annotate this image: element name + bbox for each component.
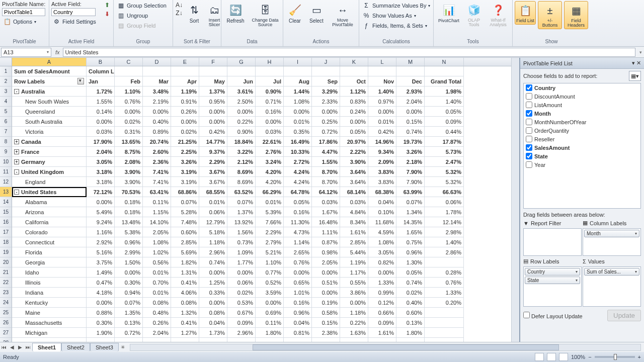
report-filter-box[interactable] <box>523 228 582 256</box>
field-item[interactable]: SalesAmount <box>524 143 640 152</box>
cell[interactable]: 5.44% <box>340 247 368 257</box>
cell[interactable]: 0.33% <box>199 288 227 298</box>
cell[interactable] <box>256 66 284 76</box>
field-checkbox[interactable] <box>526 102 532 108</box>
cell[interactable]: 7.90% <box>396 167 425 177</box>
sort-desc-icon[interactable]: Z↓ <box>175 9 183 17</box>
cell[interactable]: 19.73% <box>396 137 425 147</box>
cell[interactable]: 1.50% <box>115 257 143 267</box>
cell[interactable]: 0.24% <box>340 107 368 117</box>
cell[interactable] <box>284 66 312 76</box>
expand-collapse-icon[interactable]: - <box>14 169 19 174</box>
row-header[interactable]: 4 <box>0 97 12 107</box>
expand-field-icon[interactable]: ⬆ <box>103 1 111 9</box>
cell[interactable]: 0.91% <box>171 97 199 107</box>
cell[interactable]: 0.05% <box>340 127 368 137</box>
cell[interactable]: 16.48% <box>312 217 340 227</box>
row-header[interactable]: 24 <box>0 298 12 308</box>
cell[interactable]: 2.47% <box>425 157 464 167</box>
cell[interactable]: 0.88% <box>87 308 115 318</box>
cell[interactable]: Row Labels <box>12 76 87 86</box>
new-sheet-icon[interactable]: ✳ <box>119 343 127 351</box>
cell[interactable]: 3.83% <box>368 177 396 187</box>
cell[interactable]: 0.12% <box>368 298 396 308</box>
row-header[interactable]: 2 <box>0 76 12 86</box>
cell[interactable]: 2.29% <box>199 157 227 167</box>
cell[interactable]: 2.33% <box>312 97 340 107</box>
cell[interactable]: 2.92% <box>87 237 115 247</box>
row-header[interactable]: 15 <box>0 207 12 217</box>
cell[interactable]: 0.67% <box>227 308 256 318</box>
cell[interactable]: Sep <box>312 76 340 86</box>
expand-collapse-icon[interactable]: - <box>14 190 19 195</box>
cell[interactable]: 1.61% <box>340 227 368 237</box>
row-labels-box[interactable]: CountryState <box>523 266 582 307</box>
cell[interactable]: 0.18% <box>115 197 143 207</box>
cell[interactable]: 0.75% <box>396 237 425 247</box>
cell[interactable] <box>256 338 284 342</box>
cell[interactable]: 5.69% <box>171 247 199 257</box>
cell[interactable]: 0.81% <box>284 328 312 338</box>
cell[interactable]: 3.24% <box>256 157 284 167</box>
grid-body[interactable]: 1Sum of SalesAmountColumn Labels2Row Lab… <box>0 66 511 342</box>
cell[interactable] <box>199 338 227 342</box>
cell[interactable]: 0.00% <box>199 298 227 308</box>
cell[interactable]: 0.00% <box>227 267 256 278</box>
cell[interactable]: 0.07% <box>396 197 425 207</box>
cell[interactable]: 4.24% <box>284 167 312 177</box>
col-header-B[interactable]: B <box>87 58 115 66</box>
cell[interactable]: 1.01% <box>284 288 312 298</box>
cell[interactable]: 0.44% <box>425 127 464 137</box>
cell[interactable]: 3.19% <box>171 167 199 177</box>
cell[interactable]: 0.00% <box>368 107 396 117</box>
cell[interactable]: 1.18% <box>340 308 368 318</box>
cell[interactable] <box>227 66 256 76</box>
zoom-in-icon[interactable]: + <box>638 354 641 360</box>
cell[interactable]: 0.30% <box>87 318 115 328</box>
pane-dropdown-icon[interactable]: ▾ <box>632 60 635 66</box>
cell[interactable]: 7.90% <box>396 177 425 187</box>
cell[interactable]: 0.04% <box>284 318 312 328</box>
cell[interactable]: 3.19% <box>171 177 199 187</box>
cell[interactable]: 0.07% <box>171 197 199 207</box>
cell[interactable]: 0.53% <box>227 298 256 308</box>
area-field[interactable]: Sum of Sales... <box>584 268 639 276</box>
cell[interactable] <box>171 66 199 76</box>
cell[interactable]: 68.86% <box>171 187 199 197</box>
cell[interactable]: 0.77% <box>256 267 284 278</box>
cell[interactable]: 0.82% <box>368 257 396 267</box>
cell[interactable]: 66.29% <box>256 187 284 197</box>
cell[interactable]: 1.27% <box>171 328 199 338</box>
cell[interactable]: 1.32% <box>171 308 199 318</box>
cell[interactable]: 0.40% <box>396 298 425 308</box>
cell[interactable]: 0.00% <box>368 267 396 278</box>
cell[interactable]: 1.65% <box>396 227 425 237</box>
cell[interactable] <box>312 338 340 342</box>
cell[interactable]: 0.02% <box>396 288 425 298</box>
cell[interactable]: 0.97% <box>368 97 396 107</box>
cell[interactable]: 2.36% <box>143 157 171 167</box>
cell[interactable]: 0.76% <box>115 97 143 107</box>
cell[interactable]: 0.01% <box>143 288 171 298</box>
cell[interactable]: 5.21% <box>256 247 284 257</box>
cell[interactable]: 66.63% <box>425 187 464 197</box>
cell[interactable]: 0.01% <box>199 197 227 207</box>
cell[interactable] <box>340 338 368 342</box>
cell[interactable]: 3.26% <box>171 157 199 167</box>
cell[interactable]: 0.00% <box>256 298 284 308</box>
cell[interactable]: 72.12% <box>87 187 115 197</box>
cell[interactable] <box>368 338 396 342</box>
cell[interactable]: 0.19% <box>312 298 340 308</box>
cell[interactable]: Kentucky <box>12 298 87 308</box>
cell[interactable]: 0.40% <box>143 117 171 127</box>
cell[interactable]: 10.33% <box>284 147 312 157</box>
cell[interactable] <box>87 338 115 342</box>
cell[interactable]: Illinois <box>12 278 87 288</box>
cell[interactable]: 0.11% <box>143 197 171 207</box>
cell[interactable]: 1.12% <box>340 86 368 97</box>
cell[interactable]: 1.33% <box>425 288 464 298</box>
field-item[interactable]: Country <box>524 83 640 92</box>
cell[interactable]: 1.16% <box>87 227 115 237</box>
cell[interactable] <box>284 338 312 342</box>
cell[interactable]: 1.31% <box>171 267 199 278</box>
